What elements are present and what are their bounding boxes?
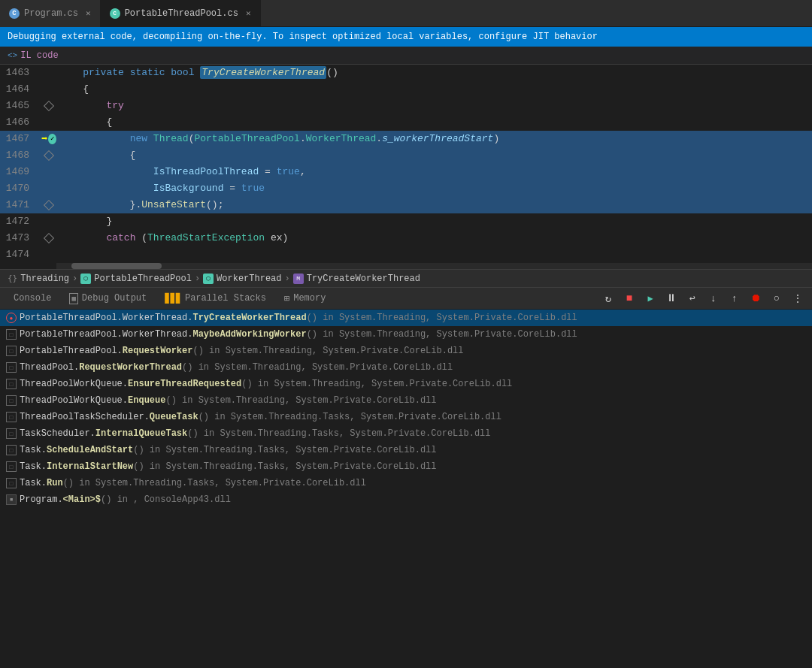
breakpoint-1468 <box>44 150 54 161</box>
tab-memory-label: Memory <box>293 293 326 304</box>
breakpoint-1465 <box>44 101 54 111</box>
line-num-1467: 1467 <box>0 131 41 147</box>
line-content-1468: { <box>56 147 812 164</box>
line-content-1463: private static bool TryCreateWorkerThrea… <box>56 65 812 81</box>
call-stack-item-8[interactable]: □ Task.ScheduleAndStart() in System.Thre… <box>0 442 812 458</box>
call-item-2-text: PortableThreadPool.RequestWorker() in Sy… <box>20 346 464 356</box>
line-content-1470: IsBackground = true <box>56 180 812 197</box>
gutter-1467: ➡ ✓ <box>41 131 56 147</box>
breadcrumb-sep-3: › <box>285 274 290 284</box>
call-stack-item-7[interactable]: □ TaskScheduler.InternalQueueTask() in S… <box>0 425 812 442</box>
line-content-1464: { <box>56 81 812 98</box>
line-num-1469: 1469 <box>0 164 41 180</box>
debug-step-into-btn[interactable]: ↓ <box>705 290 722 307</box>
call-stack-panel[interactable]: ● PortableThreadPool.WorkerThread.TryCre… <box>0 310 812 550</box>
debug-output-icon: ▦ <box>69 293 77 304</box>
call-stack-item-5[interactable]: □ ThreadPoolWorkQueue.Enqueue() in Syste… <box>0 392 812 409</box>
call-item-8-icon: □ <box>6 445 17 455</box>
call-item-3-text: ThreadPool.RequestWorkerThread() in Syst… <box>20 362 453 373</box>
call-stack-item-9[interactable]: □ Task.InternalStartNew() in System.Thre… <box>0 458 812 475</box>
scrollbar-thumb[interactable] <box>71 263 162 269</box>
debug-play-btn[interactable]: ▶ <box>642 290 659 307</box>
horizontal-scrollbar[interactable] <box>56 263 812 269</box>
code-line-1467: 1467 ➡ ✓ new Thread(PortableThreadPool.W… <box>0 131 812 147</box>
call-stack-item-1[interactable]: □ PortableThreadPool.WorkerThread.MaybeA… <box>0 326 812 343</box>
call-item-6-icon: □ <box>6 412 17 422</box>
tab-program-cs[interactable]: C Program.cs ✕ <box>0 0 101 27</box>
call-item-2-icon: □ <box>6 346 17 356</box>
call-item-10-text: Task.Run() in System.Threading.Tasks, Sy… <box>20 478 366 488</box>
call-stack-item-4[interactable]: □ ThreadPoolWorkQueue.EnsureThreadReques… <box>0 376 812 392</box>
debug-arrow-1467: ➡ <box>41 131 47 147</box>
il-code-brackets: <> <box>8 51 17 60</box>
code-line-1465: 1465 try <box>0 98 812 114</box>
debug-more-btn[interactable]: ⋮ <box>789 290 806 307</box>
line-content-1471: }.UnsafeStart(); <box>56 197 812 213</box>
call-item-9-text: Task.InternalStartNew() in System.Thread… <box>20 461 437 472</box>
breadcrumb-method-icon: M <box>293 274 304 284</box>
call-item-4-icon: □ <box>6 379 17 389</box>
call-stack-item-11[interactable]: ■ Program.<Main>$() in , ConsoleApp43.dl… <box>0 491 812 508</box>
code-line-1468: 1468 { <box>0 147 812 164</box>
call-item-3-icon: □ <box>6 362 17 373</box>
debug-stop-btn[interactable]: ■ <box>621 290 638 307</box>
line-content-1469: IsThreadPoolThread = true, <box>56 164 812 180</box>
gutter-1471 <box>41 197 56 213</box>
line-num-1470: 1470 <box>0 180 41 197</box>
bottom-tab-bar: Console ▦ Debug Output ▊▊▊ Parallel Stac… <box>0 287 812 310</box>
line-num-1474: 1474 <box>0 246 41 263</box>
line-num-1463: 1463 <box>0 65 41 81</box>
call-item-11-text: Program.<Main>$() in , ConsoleApp43.dll <box>20 494 231 505</box>
call-item-1-text: PortableThreadPool.WorkerThread.MaybeAdd… <box>20 329 577 340</box>
tab-program-cs-label: Program.cs <box>24 8 78 19</box>
breadcrumb-sep-2: › <box>195 274 200 284</box>
call-stack-item-3[interactable]: □ ThreadPool.RequestWorkerThread() in Sy… <box>0 359 812 376</box>
tab-debug-output[interactable]: ▦ Debug Output <box>62 287 154 310</box>
line-num-1466: 1466 <box>0 114 41 131</box>
line-num-1472: 1472 <box>0 213 41 230</box>
debug-pause-btn[interactable]: ⏸ <box>663 290 680 307</box>
line-content-1474 <box>56 246 812 263</box>
line-content-1466: { <box>56 114 812 131</box>
tab-memory[interactable]: ⊞ Memory <box>277 287 333 310</box>
debug-toolbar: ↻ ■ ▶ ⏸ ↩ ↓ ↑ ⏺ ○ ⋮ <box>600 290 806 307</box>
breadcrumb-workerthread[interactable]: WorkerThread <box>217 274 281 284</box>
breadcrumb-threading[interactable]: Threading <box>20 274 69 284</box>
debug-circle-btn[interactable]: ○ <box>768 290 785 307</box>
call-item-5-text: ThreadPoolWorkQueue.Enqueue() in System.… <box>20 395 437 406</box>
line-content-1467: new Thread(PortableThreadPool.WorkerThre… <box>56 131 812 147</box>
tab-program-cs-close[interactable]: ✕ <box>86 8 91 18</box>
call-stack-item-10[interactable]: □ Task.Run() in System.Threading.Tasks, … <box>0 475 812 491</box>
call-stack-item-2[interactable]: □ PortableThreadPool.RequestWorker() in … <box>0 343 812 359</box>
code-editor[interactable]: 1463 private static bool TryCreateWorker… <box>0 65 812 263</box>
debug-check-1467: ✓ <box>48 134 56 144</box>
line-num-1464: 1464 <box>0 81 41 98</box>
gutter-1473 <box>41 230 56 246</box>
il-code-label: IL code <box>20 50 58 61</box>
code-line-1471: 1471 }.UnsafeStart(); <box>0 197 812 213</box>
breadcrumb-trycreate[interactable]: TryCreateWorkerThread <box>307 274 420 284</box>
call-item-7-text: TaskScheduler.InternalQueueTask() in Sys… <box>20 428 491 439</box>
gutter-1465 <box>41 98 56 114</box>
line-num-1465: 1465 <box>0 98 41 114</box>
tab-parallel-stacks[interactable]: ▊▊▊ Parallel Stacks <box>157 287 274 310</box>
call-item-1-icon: □ <box>6 329 17 340</box>
tab-portable-threadpool-cs[interactable]: C PortableThreadPool.cs ✕ <box>101 0 261 27</box>
tab-portable-cs-label: PortableThreadPool.cs <box>125 8 238 19</box>
code-line-1470: 1470 IsBackground = true <box>0 180 812 197</box>
call-item-7-icon: □ <box>6 428 17 439</box>
call-stack-item-0[interactable]: ● PortableThreadPool.WorkerThread.TryCre… <box>0 310 812 326</box>
breadcrumb: {} Threading › ⬡ PortableThreadPool › ⬡ … <box>0 269 812 287</box>
debug-record-btn[interactable]: ⏺ <box>747 290 764 307</box>
gutter-1464 <box>41 81 56 98</box>
code-line-1464: 1464 { <box>0 81 812 98</box>
tab-portable-cs-close[interactable]: ✕ <box>246 8 251 18</box>
debug-step-back-btn[interactable]: ↩ <box>684 290 701 307</box>
tab-console[interactable]: Console <box>6 287 59 310</box>
debug-info-text: Debugging external code, decompiling on-… <box>8 32 598 42</box>
debug-refresh-btn[interactable]: ↻ <box>600 290 617 307</box>
debug-step-out-btn[interactable]: ↑ <box>726 290 743 307</box>
call-stack-item-6[interactable]: □ ThreadPoolTaskScheduler.QueueTask() in… <box>0 409 812 425</box>
call-item-6-text: ThreadPoolTaskScheduler.QueueTask() in S… <box>20 412 501 422</box>
breadcrumb-portablethreadpool[interactable]: PortableThreadPool <box>94 274 192 284</box>
